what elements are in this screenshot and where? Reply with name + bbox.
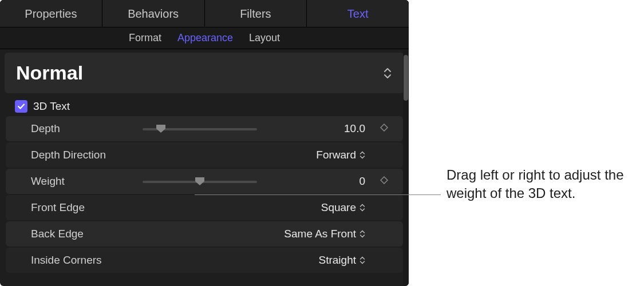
callout-line bbox=[195, 194, 441, 195]
chevron-updown-icon bbox=[359, 256, 365, 265]
param-label: Inside Corners bbox=[31, 254, 143, 267]
param-label: Depth Direction bbox=[31, 149, 143, 161]
dropdown-value: Square bbox=[321, 201, 356, 214]
weight-value[interactable]: 0 bbox=[359, 175, 365, 188]
section-label: 3D Text bbox=[33, 100, 70, 113]
inspector-panel: Properties Behaviors Filters Text Format… bbox=[0, 0, 409, 286]
param-label: Back Edge bbox=[31, 228, 143, 240]
param-depth: Depth 10.0 bbox=[6, 116, 403, 141]
param-back-edge: Back Edge Same As Front bbox=[6, 221, 403, 247]
param-label: Weight bbox=[31, 175, 143, 188]
tab-properties[interactable]: Properties bbox=[0, 0, 102, 27]
chevron-updown-icon bbox=[359, 229, 365, 239]
section-3d-text: 3D Text bbox=[0, 97, 409, 116]
chevron-updown-icon bbox=[359, 203, 365, 212]
callout-text: Drag left or right to adjust the weight … bbox=[447, 166, 635, 203]
chevron-updown-icon bbox=[382, 67, 393, 80]
dropdown-value: Forward bbox=[316, 149, 356, 161]
param-inside-corners: Inside Corners Straight bbox=[6, 248, 403, 273]
slider-thumb-icon[interactable] bbox=[195, 177, 205, 186]
tab-filters[interactable]: Filters bbox=[205, 0, 307, 27]
tab-behaviors[interactable]: Behaviors bbox=[102, 0, 205, 27]
param-weight: Weight 0 bbox=[6, 169, 403, 194]
top-tabs: Properties Behaviors Filters Text bbox=[0, 0, 409, 27]
preset-dropdown[interactable]: Normal bbox=[5, 53, 404, 93]
keyframe-diamond-icon[interactable] bbox=[380, 176, 388, 186]
subtab-appearance[interactable]: Appearance bbox=[177, 32, 233, 44]
back-edge-dropdown[interactable]: Same As Front bbox=[257, 228, 370, 240]
depth-slider[interactable] bbox=[143, 123, 257, 134]
param-label: Front Edge bbox=[31, 201, 143, 214]
subtab-layout[interactable]: Layout bbox=[249, 32, 280, 44]
subtab-format[interactable]: Format bbox=[129, 32, 161, 44]
scrollbar-thumb[interactable] bbox=[404, 55, 408, 101]
param-label: Depth bbox=[31, 122, 143, 135]
checkbox-3d-text[interactable] bbox=[15, 100, 27, 113]
weight-slider[interactable] bbox=[143, 176, 257, 187]
sub-tabs: Format Appearance Layout bbox=[0, 27, 409, 49]
scrollbar[interactable] bbox=[403, 50, 409, 286]
slider-thumb-icon[interactable] bbox=[156, 124, 166, 133]
depth-value[interactable]: 10.0 bbox=[344, 122, 365, 135]
param-depth-direction: Depth Direction Forward bbox=[6, 142, 403, 168]
depth-direction-dropdown[interactable]: Forward bbox=[257, 149, 370, 161]
chevron-updown-icon bbox=[359, 150, 365, 160]
inside-corners-dropdown[interactable]: Straight bbox=[257, 254, 370, 267]
dropdown-value: Straight bbox=[319, 254, 356, 267]
tab-text[interactable]: Text bbox=[307, 0, 409, 27]
front-edge-dropdown[interactable]: Square bbox=[257, 201, 370, 214]
keyframe-diamond-icon[interactable] bbox=[380, 124, 388, 134]
preset-value: Normal bbox=[16, 62, 382, 84]
dropdown-value: Same As Front bbox=[284, 228, 356, 240]
param-front-edge: Front Edge Square bbox=[6, 195, 403, 220]
